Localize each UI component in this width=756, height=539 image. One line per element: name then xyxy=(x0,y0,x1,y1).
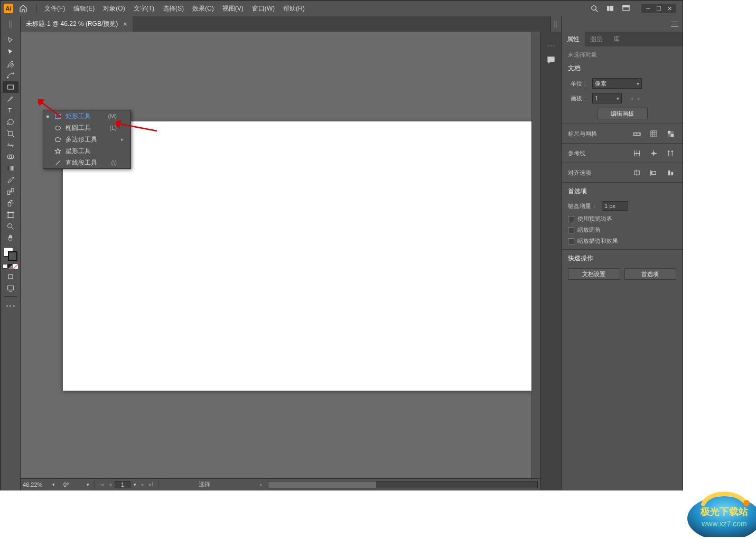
panel-collapse-strip[interactable] xyxy=(550,16,561,32)
menu-window[interactable]: 窗口(W) xyxy=(248,2,279,15)
align-point-icon[interactable] xyxy=(648,167,659,178)
canvas-viewport[interactable]: ■ 矩形工具 (M) 椭圆工具 (L) xyxy=(21,32,531,478)
svg-text:www.xz7.com: www.xz7.com xyxy=(701,519,747,528)
preview-bounds-checkbox[interactable]: 使用预览边界 xyxy=(568,215,676,223)
close-tab-icon[interactable]: × xyxy=(123,20,127,28)
artboard-tool[interactable] xyxy=(3,209,18,221)
close-button[interactable]: ✕ xyxy=(665,5,674,12)
zoom-input[interactable] xyxy=(23,481,48,488)
artboard-select[interactable]: 1 xyxy=(592,93,622,103)
polygon-icon xyxy=(54,136,61,143)
comments-panel-icon[interactable] xyxy=(544,53,558,67)
type-tool[interactable]: T xyxy=(3,105,18,116)
maximize-button[interactable]: ☐ xyxy=(654,5,664,12)
panel-tabs: 属性 图层 库 xyxy=(562,32,683,46)
screen-mode[interactable] xyxy=(3,282,18,294)
paintbrush-tool[interactable] xyxy=(3,93,18,105)
last-artboard-icon[interactable]: ▸I xyxy=(147,481,155,488)
rectangle-tool[interactable] xyxy=(3,81,18,93)
menu-select[interactable]: 选择(S) xyxy=(158,2,188,15)
menu-file[interactable]: 文件(F) xyxy=(40,2,69,15)
next-artboard-button[interactable]: ▸ xyxy=(636,94,642,102)
snap-to-grid-icon[interactable] xyxy=(631,148,642,158)
hand-tool[interactable] xyxy=(3,232,18,244)
flyout-line-tool[interactable]: 直线段工具 (\) xyxy=(43,157,130,168)
snap-to-point-icon[interactable] xyxy=(648,148,659,158)
flyout-star-tool[interactable]: 星形工具 xyxy=(43,145,130,157)
menu-view[interactable]: 视图(V) xyxy=(218,2,248,15)
prev-artboard-button[interactable]: ◂ xyxy=(628,94,634,102)
tab-libraries[interactable]: 库 xyxy=(608,32,625,46)
divider xyxy=(36,4,37,13)
svg-rect-16 xyxy=(7,166,13,171)
edit-artboard-button[interactable]: 编辑画板 xyxy=(597,108,648,119)
vertical-scrollbar[interactable] xyxy=(531,32,540,478)
flyout-label: 星形工具 xyxy=(66,147,113,156)
menu-object[interactable]: 对象(O) xyxy=(99,2,129,15)
status-caret-icon[interactable]: ▸ xyxy=(260,482,263,487)
svg-rect-51 xyxy=(667,134,670,137)
rotate-dropdown-icon[interactable]: ▾ xyxy=(85,481,91,488)
horizontal-scrollbar[interactable] xyxy=(268,481,538,488)
transparency-grid-icon[interactable] xyxy=(665,128,676,139)
kb-increment-input[interactable] xyxy=(602,201,628,211)
workspace-icon[interactable] xyxy=(621,4,631,13)
scale-tool[interactable] xyxy=(3,128,18,139)
scale-strokes-checkbox[interactable]: 缩放描边和效果 xyxy=(568,237,676,245)
zoom-tool[interactable] xyxy=(3,221,18,232)
next-artboard-icon[interactable]: ▸ xyxy=(139,481,146,488)
rotate-input[interactable] xyxy=(63,481,82,488)
preferences-button[interactable]: 首选项 xyxy=(624,268,677,280)
menu-edit[interactable]: 编辑(E) xyxy=(69,2,99,15)
artboard[interactable] xyxy=(63,121,531,391)
grid-icon[interactable] xyxy=(648,128,659,139)
svg-rect-18 xyxy=(11,188,14,192)
stroke-swatch[interactable] xyxy=(8,251,17,261)
artboard-dropdown-icon[interactable]: ▾ xyxy=(132,481,138,488)
pen-tool[interactable] xyxy=(3,58,18,70)
direct-selection-tool[interactable] xyxy=(3,46,18,58)
panel-menu-icon[interactable] xyxy=(671,22,678,27)
edit-toolbar-icon[interactable] xyxy=(6,305,15,307)
first-artboard-icon[interactable]: I◂ xyxy=(98,481,105,488)
width-tool[interactable] xyxy=(3,139,18,151)
toolbar-grip[interactable] xyxy=(1,16,21,32)
artboard-index-input[interactable] xyxy=(115,481,130,488)
document-setup-button[interactable]: 文档设置 xyxy=(568,268,620,280)
zoom-dropdown-icon[interactable]: ▾ xyxy=(50,481,57,488)
document-tab[interactable]: 未标题-1 @ 46.22 % (RGB/预览) × xyxy=(21,16,133,32)
fill-stroke-swatches[interactable] xyxy=(3,246,18,263)
smart-guides-icon[interactable] xyxy=(665,148,676,158)
svg-point-68 xyxy=(743,500,750,506)
menu-type[interactable]: 文字(T) xyxy=(129,2,158,15)
eyedropper-tool[interactable] xyxy=(3,174,18,186)
panel-grip-icon[interactable] xyxy=(548,45,554,47)
menu-effect[interactable]: 效果(C) xyxy=(188,2,218,15)
align-pixel-icon[interactable] xyxy=(631,167,642,178)
symbol-sprayer-tool[interactable] xyxy=(3,197,18,209)
tab-properties[interactable]: 属性 xyxy=(562,32,585,46)
artboard-label: 画板： xyxy=(568,94,588,102)
blend-tool[interactable] xyxy=(3,186,18,197)
draw-mode-normal[interactable] xyxy=(3,271,18,282)
menu-help[interactable]: 帮助(H) xyxy=(279,2,309,15)
arrange-docs-icon[interactable] xyxy=(605,4,615,13)
rotate-tool[interactable] xyxy=(3,116,18,128)
color-mode-none[interactable] xyxy=(13,264,18,269)
color-mode-solid[interactable] xyxy=(3,264,7,269)
color-mode-gradient[interactable] xyxy=(8,264,13,269)
home-icon[interactable] xyxy=(17,3,29,14)
tab-layers[interactable]: 图层 xyxy=(585,32,608,46)
align-glyph-icon[interactable] xyxy=(665,167,676,178)
unit-select[interactable]: 像素 xyxy=(592,78,642,89)
shape-builder-tool[interactable] xyxy=(3,151,18,163)
prev-artboard-icon[interactable]: ◂ xyxy=(106,481,114,488)
gradient-tool[interactable] xyxy=(3,163,18,174)
flyout-polygon-tool[interactable]: 多边形工具 ▸ xyxy=(43,134,130,145)
scale-corners-checkbox[interactable]: 缩放圆角 xyxy=(568,226,676,234)
ruler-icon[interactable] xyxy=(631,128,642,139)
selection-tool[interactable] xyxy=(3,35,18,46)
curvature-tool[interactable] xyxy=(3,70,18,81)
search-icon[interactable] xyxy=(590,4,599,13)
minimize-button[interactable]: ─ xyxy=(643,5,653,12)
